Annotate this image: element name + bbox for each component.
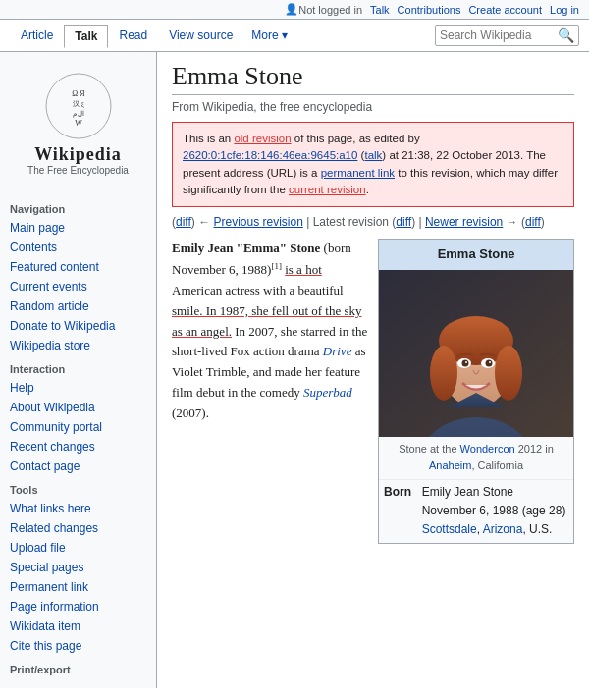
svg-text:W: W — [75, 119, 82, 128]
navigation-title: Navigation — [10, 203, 146, 215]
wondercon-link[interactable]: Wondercon — [460, 443, 515, 455]
svg-point-11 — [495, 346, 522, 401]
sidebar-item-community[interactable]: Community portal — [10, 417, 146, 437]
nav-tabs: Article Talk Read View source More ▾ — [10, 24, 425, 47]
infobox-caption: Stone at the Wondercon 2012 in Anaheim, … — [379, 437, 573, 479]
sidebar-logo: Ω Я 汉 ξ ال م W Wikipedia The Free Encycl… — [0, 62, 156, 195]
current-revision-link[interactable]: current revision — [289, 184, 366, 195]
article-text: Emma Stone — [172, 239, 574, 552]
tools-section: Tools What links here Related changes Up… — [0, 484, 156, 656]
print-section: Print/export — [0, 664, 156, 675]
main-layout: Ω Я 汉 ξ ال م W Wikipedia The Free Encycl… — [0, 52, 589, 688]
svg-point-10 — [430, 346, 457, 401]
prev-revision-link[interactable]: Previous revision — [213, 215, 302, 229]
svg-text:ال م: ال م — [72, 110, 84, 118]
old-revision-link[interactable]: old revision — [234, 133, 291, 144]
sidebar-item-contact[interactable]: Contact page — [10, 457, 146, 476]
sidebar-item-help[interactable]: Help — [10, 378, 146, 398]
infobox-table: Born Emily Jean Stone November 6, 1988 (… — [379, 479, 573, 543]
svg-text:汉 ξ: 汉 ξ — [73, 100, 84, 108]
sidebar-item-wikidata[interactable]: Wikidata item — [10, 617, 146, 636]
infobox: Emma Stone — [378, 239, 574, 544]
interaction-title: Interaction — [10, 363, 146, 375]
page-title: Emma Stone — [172, 62, 574, 95]
sidebar-item-what-links-here[interactable]: What links here — [10, 499, 146, 518]
svg-text:Ω Я: Ω Я — [72, 89, 85, 98]
not-logged-in-icon: 👤 — [285, 3, 298, 16]
scottsdale-link[interactable]: Scottsdale — [422, 522, 477, 536]
tools-title: Tools — [10, 484, 146, 496]
newer-diff-link[interactable]: diff — [525, 215, 541, 229]
wiki-subtitle: The Free Encyclopedia — [10, 165, 146, 176]
contributions-link[interactable]: Contributions — [398, 4, 461, 16]
sidebar-item-store[interactable]: Wikipedia store — [10, 336, 146, 355]
sidebar-item-donate[interactable]: Donate to Wikipedia — [10, 316, 146, 336]
person-name: Emily Jean "Emma" Stone — [172, 241, 320, 255]
sidebar-item-permanent-link[interactable]: Permanent link — [10, 577, 146, 597]
wiki-title: Wikipedia — [10, 144, 146, 165]
diff-navigation: (diff) ← Previous revision | Latest revi… — [172, 215, 574, 229]
search-input[interactable] — [440, 28, 558, 42]
superbad-link[interactable]: Superbad — [303, 385, 352, 400]
sidebar: Ω Я 汉 ξ ال م W Wikipedia The Free Encycl… — [0, 52, 157, 688]
search-box: 🔍 — [435, 25, 579, 46]
talk-link[interactable]: Talk — [370, 4, 390, 16]
create-account-link[interactable]: Create account — [468, 4, 542, 16]
tab-view-source[interactable]: View source — [158, 24, 243, 47]
ip-link[interactable]: 2620:0:1cfe:18:146:46ea:9645:a10 — [183, 149, 357, 161]
tab-read[interactable]: Read — [108, 24, 158, 47]
anaheim-link[interactable]: Anaheim — [429, 459, 471, 471]
page-subtitle: From Wikipedia, the free encyclopedia — [172, 100, 574, 114]
arizona-link[interactable]: Arizona — [483, 522, 523, 536]
infobox-title: Emma Stone — [379, 240, 573, 270]
sidebar-item-page-info[interactable]: Page information — [10, 597, 146, 617]
talk-link-revision[interactable]: talk — [364, 149, 382, 161]
not-logged-in-text: Not logged in — [298, 4, 362, 16]
sidebar-item-about[interactable]: About Wikipedia — [10, 398, 146, 417]
born-row: Born Emily Jean Stone November 6, 1988 (… — [379, 479, 573, 542]
sidebar-item-upload[interactable]: Upload file — [10, 538, 146, 558]
newer-revision-link[interactable]: Newer revision — [425, 215, 503, 229]
navigation-section: Navigation Main page Contents Featured c… — [0, 203, 156, 355]
revision-text-1: This is an — [183, 133, 234, 144]
svg-point-17 — [489, 361, 491, 363]
infobox-image — [379, 270, 573, 437]
drive-link[interactable]: Drive — [323, 344, 352, 358]
log-in-link[interactable]: Log in — [550, 4, 579, 16]
sidebar-item-main-page[interactable]: Main page — [10, 218, 146, 238]
sidebar-item-special-pages[interactable]: Special pages — [10, 558, 146, 577]
diff-link[interactable]: diff — [176, 215, 191, 229]
emma-stone-photo — [379, 270, 573, 437]
ref-1: [1] — [271, 261, 282, 271]
sidebar-item-cite[interactable]: Cite this page — [10, 636, 146, 656]
born-label: Born — [379, 479, 417, 542]
wikipedia-logo: Ω Я 汉 ξ ال م W — [44, 72, 113, 140]
svg-point-14 — [462, 359, 469, 366]
content-area: Emma Stone From Wikipedia, the free ency… — [157, 52, 589, 688]
interaction-section: Interaction Help About Wikipedia Communi… — [0, 363, 156, 476]
sidebar-item-recent-changes[interactable]: Recent changes — [10, 437, 146, 457]
born-value: Emily Jean Stone November 6, 1988 (age 2… — [417, 479, 573, 542]
sidebar-item-current-events[interactable]: Current events — [10, 277, 146, 296]
revision-text-6: . — [366, 184, 369, 195]
svg-point-16 — [465, 361, 467, 363]
print-title: Print/export — [10, 664, 146, 675]
more-dropdown[interactable]: More ▾ — [243, 25, 295, 46]
sidebar-item-related-changes[interactable]: Related changes — [10, 518, 146, 538]
sidebar-item-contents[interactable]: Contents — [10, 238, 146, 257]
latest-diff-link[interactable]: diff — [396, 215, 411, 229]
sidebar-item-featured[interactable]: Featured content — [10, 257, 146, 277]
tab-article[interactable]: Article — [10, 24, 64, 47]
revision-text-2: of this page, as edited by — [292, 133, 420, 144]
top-bar: 👤 Not logged in Talk Contributions Creat… — [0, 0, 589, 20]
search-button[interactable]: 🔍 — [558, 27, 574, 43]
sidebar-item-random[interactable]: Random article — [10, 296, 146, 316]
permanent-link[interactable]: permanent link — [321, 167, 395, 179]
article-body: Emma Stone — [172, 239, 574, 552]
revision-notice: This is an old revision of this page, as… — [172, 122, 574, 207]
svg-point-15 — [486, 359, 493, 366]
nav-bar: Article Talk Read View source More ▾ 🔍 — [0, 20, 589, 52]
tab-talk[interactable]: Talk — [64, 25, 108, 48]
